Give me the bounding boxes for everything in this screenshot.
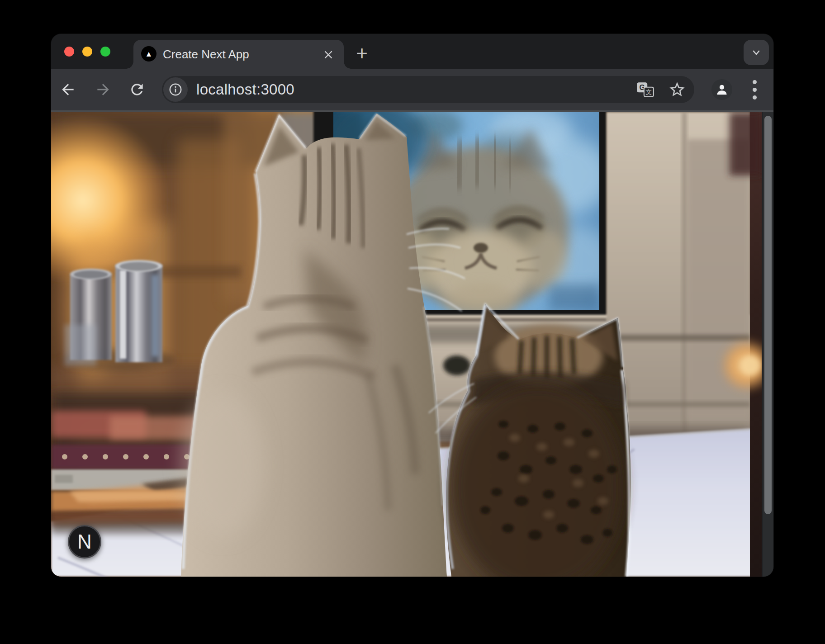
page-photo: N: [51, 112, 762, 577]
scrollbar-thumb[interactable]: [764, 116, 772, 514]
cats-tv-photo: [51, 112, 762, 577]
macos-minimize-button[interactable]: [82, 47, 92, 57]
browser-toolbar: localhost:3000 G 文: [51, 69, 773, 112]
address-bar[interactable]: localhost:3000 G 文: [162, 76, 694, 103]
tv-knob: [443, 355, 470, 375]
vercel-triangle-icon: ▲: [141, 46, 156, 62]
macos-zoom-button[interactable]: [100, 47, 110, 57]
star-icon[interactable]: [667, 80, 687, 99]
nextjs-dev-badge[interactable]: N: [68, 525, 101, 559]
reload-icon[interactable]: [124, 77, 150, 102]
metal-cups: [62, 260, 175, 371]
tab-create-next-app[interactable]: ▲ Create Next App: [133, 40, 344, 69]
arrow-right-icon[interactable]: [90, 77, 116, 102]
tab-title: Create Next App: [163, 40, 249, 69]
svg-text:文: 文: [646, 89, 652, 96]
url-text[interactable]: localhost:3000: [196, 76, 294, 103]
translate-icon[interactable]: G 文: [635, 80, 655, 99]
page-content: N: [51, 112, 773, 577]
info-icon[interactable]: [163, 77, 188, 102]
page-scrollbar[interactable]: [762, 112, 773, 577]
kebab-menu-icon[interactable]: [748, 77, 761, 102]
tab-strip: ▲ Create Next App +: [51, 34, 773, 69]
close-icon[interactable]: [321, 47, 336, 62]
plus-icon[interactable]: +: [351, 43, 372, 64]
chevron-down-icon[interactable]: [744, 40, 769, 65]
person-icon[interactable]: [711, 79, 732, 100]
arrow-left-icon[interactable]: [55, 77, 81, 102]
browser-window: ▲ Create Next App +: [51, 34, 773, 577]
macos-close-button[interactable]: [64, 47, 74, 57]
